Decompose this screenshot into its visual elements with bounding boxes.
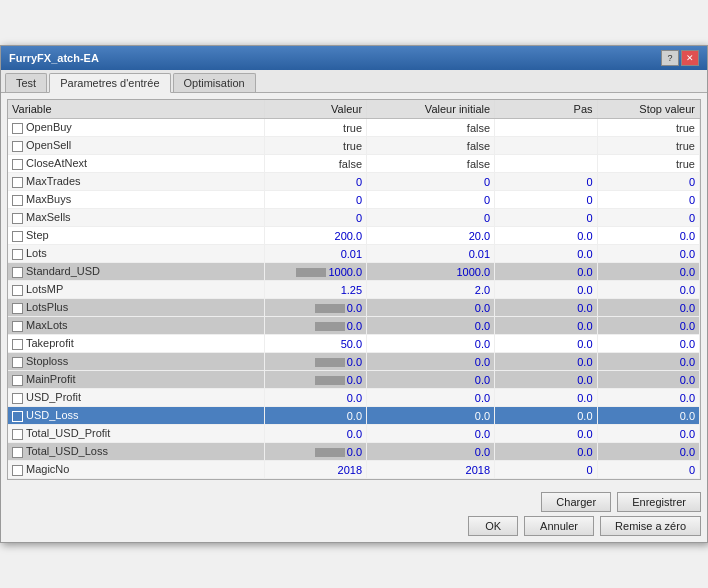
row-checkbox[interactable] [12,429,23,440]
cell-stop[interactable]: 0.0 [597,443,699,461]
cell-stop[interactable]: 0.0 [597,299,699,317]
cell-step[interactable]: 0.0 [495,227,597,245]
row-checkbox[interactable] [12,159,23,170]
cell-step[interactable]: 0.0 [495,407,597,425]
cell-stop[interactable]: 0.0 [597,425,699,443]
cell-step[interactable]: 0 [495,173,597,191]
cell-value[interactable]: 0.0 [264,407,366,425]
cell-initial[interactable]: 20.0 [367,227,495,245]
row-checkbox[interactable] [12,447,23,458]
cell-stop[interactable]: 0.0 [597,317,699,335]
cell-step[interactable]: 0 [495,461,597,479]
cell-step[interactable]: 0.0 [495,425,597,443]
cell-initial[interactable]: false [367,137,495,155]
cell-value[interactable]: 1000.0 [264,263,366,281]
cell-stop[interactable]: 0.0 [597,389,699,407]
tab-test[interactable]: Test [5,73,47,92]
cell-value[interactable]: 0.0 [264,371,366,389]
cell-initial[interactable]: 0 [367,209,495,227]
cell-value[interactable]: 0.0 [264,353,366,371]
charger-button[interactable]: Charger [541,492,611,512]
cell-value[interactable]: 0 [264,191,366,209]
cell-stop[interactable]: 0.0 [597,227,699,245]
cell-value[interactable]: 1.25 [264,281,366,299]
cell-step[interactable] [495,155,597,173]
cell-value[interactable]: 0.0 [264,389,366,407]
cell-stop[interactable]: 0 [597,461,699,479]
cell-step[interactable] [495,137,597,155]
cell-stop[interactable]: 0 [597,209,699,227]
annuler-button[interactable]: Annuler [524,516,594,536]
cell-stop[interactable]: 0.0 [597,281,699,299]
cell-initial[interactable]: 0.0 [367,443,495,461]
cell-value[interactable]: true [264,137,366,155]
row-checkbox[interactable] [12,303,23,314]
cell-initial[interactable]: 0 [367,191,495,209]
cell-value[interactable]: 2018 [264,461,366,479]
cell-step[interactable]: 0.0 [495,371,597,389]
cell-step[interactable]: 0.0 [495,353,597,371]
row-checkbox[interactable] [12,285,23,296]
cell-step[interactable] [495,119,597,137]
cell-value[interactable]: 0 [264,173,366,191]
cell-stop[interactable]: 0.0 [597,335,699,353]
cell-initial[interactable]: 0.0 [367,425,495,443]
cell-stop[interactable]: true [597,137,699,155]
row-checkbox[interactable] [12,357,23,368]
cell-stop[interactable]: 0.0 [597,407,699,425]
row-checkbox[interactable] [12,465,23,476]
row-checkbox[interactable] [12,267,23,278]
cell-value[interactable]: 0.0 [264,443,366,461]
cell-step[interactable]: 0.0 [495,245,597,263]
close-button[interactable]: ✕ [681,50,699,66]
cell-stop[interactable]: 0 [597,173,699,191]
row-checkbox[interactable] [12,393,23,404]
row-checkbox[interactable] [12,339,23,350]
cell-initial[interactable]: 0.0 [367,317,495,335]
cell-initial[interactable]: 2018 [367,461,495,479]
cell-step[interactable]: 0.0 [495,389,597,407]
cell-step[interactable]: 0.0 [495,299,597,317]
cell-stop[interactable]: 0.0 [597,263,699,281]
cell-initial[interactable]: 0.0 [367,407,495,425]
cell-step[interactable]: 0 [495,209,597,227]
cell-initial[interactable]: false [367,155,495,173]
remise-button[interactable]: Remise a zéro [600,516,701,536]
cell-initial[interactable]: 0 [367,173,495,191]
cell-step[interactable]: 0.0 [495,317,597,335]
cell-value[interactable]: 0.0 [264,299,366,317]
cell-value[interactable]: 0.01 [264,245,366,263]
tab-params[interactable]: Parametres d'entrée [49,73,170,93]
cell-value[interactable]: 200.0 [264,227,366,245]
cell-initial[interactable]: 0.0 [367,371,495,389]
row-checkbox[interactable] [12,213,23,224]
cell-stop[interactable]: 0.0 [597,353,699,371]
row-checkbox[interactable] [12,249,23,260]
ok-button[interactable]: OK [468,516,518,536]
cell-step[interactable]: 0.0 [495,443,597,461]
cell-value[interactable]: 50.0 [264,335,366,353]
cell-initial[interactable]: 1000.0 [367,263,495,281]
cell-value[interactable]: 0.0 [264,317,366,335]
cell-stop[interactable]: 0 [597,191,699,209]
cell-initial[interactable]: false [367,119,495,137]
row-checkbox[interactable] [12,123,23,134]
cell-step[interactable]: 0.0 [495,263,597,281]
cell-initial[interactable]: 0.0 [367,389,495,407]
row-checkbox[interactable] [12,375,23,386]
cell-initial[interactable]: 0.01 [367,245,495,263]
row-checkbox[interactable] [12,195,23,206]
cell-value[interactable]: false [264,155,366,173]
cell-stop[interactable]: 0.0 [597,245,699,263]
cell-initial[interactable]: 2.0 [367,281,495,299]
cell-initial[interactable]: 0.0 [367,299,495,317]
cell-value[interactable]: 0 [264,209,366,227]
cell-step[interactable]: 0 [495,191,597,209]
cell-stop[interactable]: 0.0 [597,371,699,389]
enregistrer-button[interactable]: Enregistrer [617,492,701,512]
help-button[interactable]: ? [661,50,679,66]
row-checkbox[interactable] [12,141,23,152]
row-checkbox[interactable] [12,177,23,188]
cell-stop[interactable]: true [597,155,699,173]
row-checkbox[interactable] [12,321,23,332]
